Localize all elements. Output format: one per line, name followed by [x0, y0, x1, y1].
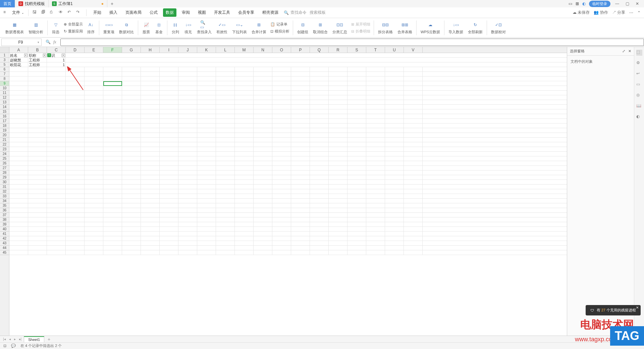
- menu-resource[interactable]: 稻壳资源: [260, 8, 281, 17]
- cell[interactable]: [347, 170, 366, 175]
- cell[interactable]: [66, 72, 85, 76]
- cell[interactable]: [310, 227, 329, 231]
- cell[interactable]: [47, 185, 66, 189]
- cell[interactable]: [122, 152, 141, 156]
- cell[interactable]: [216, 194, 235, 198]
- cell[interactable]: [103, 77, 122, 81]
- row-header[interactable]: 30: [0, 180, 9, 185]
- cell[interactable]: [103, 147, 122, 151]
- cell[interactable]: [197, 123, 216, 128]
- cell[interactable]: [310, 236, 329, 241]
- cell[interactable]: [141, 105, 160, 109]
- settings-icon[interactable]: ⚙: [636, 60, 642, 66]
- cell[interactable]: [347, 199, 366, 203]
- cell[interactable]: [197, 213, 216, 217]
- cell[interactable]: [291, 241, 310, 245]
- cell[interactable]: [66, 152, 85, 156]
- cell[interactable]: [122, 86, 141, 90]
- cell[interactable]: [291, 152, 310, 156]
- cell[interactable]: [85, 133, 103, 137]
- row-header[interactable]: 19: [0, 128, 9, 133]
- cell[interactable]: [122, 81, 141, 86]
- file-menu[interactable]: 文件 ⌄: [12, 10, 24, 15]
- cell[interactable]: [366, 105, 385, 109]
- sort-button[interactable]: A↓排序: [85, 20, 97, 35]
- cell[interactable]: [178, 105, 197, 109]
- cell[interactable]: [122, 203, 141, 208]
- grid-icon[interactable]: ⊞: [576, 1, 579, 6]
- cell[interactable]: [404, 138, 423, 142]
- cell[interactable]: [85, 199, 103, 203]
- cell[interactable]: [141, 227, 160, 231]
- column-header[interactable]: R: [329, 47, 347, 53]
- cell[interactable]: [272, 114, 291, 118]
- cell[interactable]: [291, 133, 310, 137]
- cell[interactable]: [66, 156, 85, 161]
- cell[interactable]: [404, 142, 423, 147]
- cell[interactable]: [9, 95, 28, 100]
- cell[interactable]: 赵晓慧: [9, 58, 28, 62]
- cell[interactable]: [254, 81, 272, 86]
- row-header[interactable]: 45: [0, 250, 9, 255]
- cell[interactable]: [66, 81, 85, 86]
- cell[interactable]: [347, 217, 366, 222]
- menu-start[interactable]: 开始: [91, 8, 104, 17]
- cell[interactable]: [254, 227, 272, 231]
- cell[interactable]: [347, 227, 366, 231]
- cell[interactable]: [66, 194, 85, 198]
- cell[interactable]: [385, 105, 404, 109]
- cell[interactable]: [254, 138, 272, 142]
- cell[interactable]: [254, 246, 272, 250]
- cell[interactable]: [235, 133, 254, 137]
- cell[interactable]: [103, 194, 122, 198]
- cell[interactable]: [329, 185, 347, 189]
- cell[interactable]: [272, 227, 291, 231]
- column-header[interactable]: M: [235, 47, 254, 53]
- row-header[interactable]: 5: [0, 62, 9, 67]
- cell[interactable]: [103, 105, 122, 109]
- cell[interactable]: [197, 199, 216, 203]
- cell[interactable]: [347, 156, 366, 161]
- cell[interactable]: [366, 152, 385, 156]
- chat-icon[interactable]: 💬: [11, 344, 16, 348]
- cell[interactable]: [366, 147, 385, 151]
- cell[interactable]: [216, 114, 235, 118]
- cell[interactable]: [291, 123, 310, 128]
- cell[interactable]: [235, 95, 254, 100]
- cell[interactable]: [197, 109, 216, 114]
- cell[interactable]: [366, 246, 385, 250]
- cell[interactable]: [272, 213, 291, 217]
- cell[interactable]: [122, 222, 141, 227]
- cell[interactable]: [66, 105, 85, 109]
- cell[interactable]: [85, 222, 103, 227]
- cell[interactable]: [85, 185, 103, 189]
- cell[interactable]: [141, 133, 160, 137]
- cell[interactable]: [66, 227, 85, 231]
- cell[interactable]: [141, 241, 160, 245]
- cell[interactable]: [47, 81, 66, 86]
- cell[interactable]: [310, 189, 329, 194]
- cell[interactable]: [66, 119, 85, 123]
- column-header[interactable]: T: [366, 47, 385, 53]
- row-header[interactable]: 22: [0, 142, 9, 147]
- cell[interactable]: [385, 109, 404, 114]
- cell[interactable]: [385, 133, 404, 137]
- cell[interactable]: [310, 156, 329, 161]
- cell[interactable]: [216, 138, 235, 142]
- cell[interactable]: [85, 109, 103, 114]
- cell[interactable]: [28, 217, 47, 222]
- cell[interactable]: [329, 246, 347, 250]
- cell[interactable]: [122, 175, 141, 180]
- cell[interactable]: [235, 152, 254, 156]
- cell[interactable]: [103, 152, 122, 156]
- cell[interactable]: [122, 194, 141, 198]
- cell[interactable]: 1: [47, 58, 66, 62]
- avatar-icon[interactable]: ◐: [582, 1, 586, 6]
- cell[interactable]: [216, 170, 235, 175]
- column-header[interactable]: N: [254, 47, 272, 53]
- cell[interactable]: [329, 203, 347, 208]
- cell[interactable]: [216, 203, 235, 208]
- cell[interactable]: [329, 138, 347, 142]
- cell[interactable]: [9, 156, 28, 161]
- cell[interactable]: [9, 232, 28, 236]
